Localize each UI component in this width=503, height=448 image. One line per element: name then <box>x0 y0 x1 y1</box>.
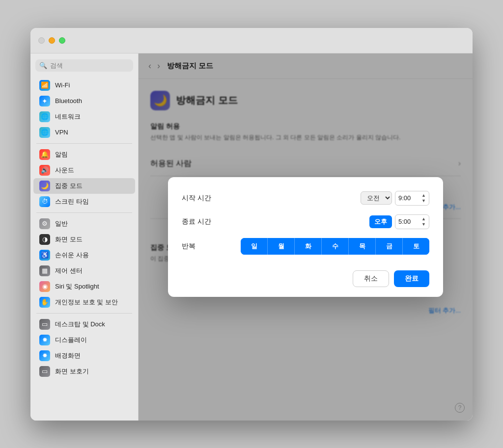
siri-icon: ◉ <box>39 281 50 292</box>
network-icon: 🌐 <box>39 111 50 122</box>
sidebar-item-easy-access[interactable]: ♿ 손쉬운 사용 <box>33 247 135 263</box>
sidebar-label-screensaver: 화면 보호기 <box>55 367 89 376</box>
sidebar-group-network: 📶 Wi-Fi ✦ Bluetooth 🌐 네트워크 🌐 VPN <box>30 78 138 140</box>
end-time-label: 종료 시간 <box>182 217 211 226</box>
day-button-wed[interactable]: 수 <box>322 238 349 255</box>
start-time-up-button[interactable]: ▲ <box>421 193 426 198</box>
general-icon: ⚙ <box>39 218 50 229</box>
sidebar-item-bluetooth[interactable]: ✦ Bluetooth <box>33 93 135 109</box>
sidebar-item-displays[interactable]: ✸ 디스플레이 <box>33 332 135 348</box>
repeat-row: 반복 일 월 화 수 목 금 토 <box>182 238 429 255</box>
end-time-value: 5:00 <box>398 218 411 225</box>
end-time-picker: 오후 5:00 ▲ ▼ <box>369 214 429 229</box>
minimize-button[interactable] <box>49 37 55 44</box>
privacy-icon: ✋ <box>39 297 50 308</box>
sidebar-item-privacy[interactable]: ✋ 개인정보 보호 및 보안 <box>33 294 135 310</box>
day-button-fri[interactable]: 금 <box>376 238 403 255</box>
search-input[interactable] <box>50 62 129 69</box>
sidebar-label-desktop: 데스크탑 및 Dock <box>55 320 105 329</box>
day-button-tue[interactable]: 화 <box>295 238 322 255</box>
sound-icon: 🔊 <box>39 165 50 176</box>
sidebar-item-display-mode[interactable]: ◑ 화면 모드 <box>33 232 135 247</box>
displays-icon: ✸ <box>39 335 50 345</box>
sidebar-label-display-mode: 화면 모드 <box>55 235 83 244</box>
sidebar-label-easy-access: 손쉬운 사용 <box>55 251 89 260</box>
start-time-picker: 오전 9:00 ▲ ▼ <box>361 191 429 206</box>
sidebar-item-network[interactable]: 🌐 네트워크 <box>33 109 135 125</box>
sidebar-item-general[interactable]: ⚙ 일반 <box>33 216 135 232</box>
end-time-row: 종료 시간 오후 5:00 ▲ ▼ <box>182 214 429 229</box>
day-button-thu[interactable]: 목 <box>349 238 376 255</box>
main-window: 🔍 📶 Wi-Fi ✦ Bluetooth 🌐 네트워크 🌐 <box>30 28 473 421</box>
sidebar-item-desktop[interactable]: ▭ 데스크탑 및 Dock <box>33 316 135 332</box>
end-time-up-button[interactable]: ▲ <box>421 216 426 222</box>
sidebar-divider-1 <box>36 143 132 144</box>
sidebar-label-sound: 사운드 <box>55 166 74 175</box>
start-time-down-button[interactable]: ▼ <box>421 198 426 204</box>
day-buttons: 일 월 화 수 목 금 토 <box>241 238 429 255</box>
sidebar-label-privacy: 개인정보 보호 및 보안 <box>55 298 118 307</box>
traffic-lights <box>38 37 65 44</box>
sidebar-divider-3 <box>36 313 132 314</box>
start-time-stepper: ▲ ▼ <box>421 193 426 204</box>
wallpaper-icon: ✸ <box>39 350 50 361</box>
day-button-mon[interactable]: 월 <box>268 238 295 255</box>
wifi-icon: 📶 <box>39 80 50 91</box>
start-time-label: 시작 시간 <box>182 194 211 203</box>
sidebar-group-display: ▭ 데스크탑 및 Dock ✸ 디스플레이 ✸ 배경화면 ▭ 화면 보호기 <box>30 316 138 379</box>
sidebar-item-alarm[interactable]: 🔔 알림 <box>33 147 135 162</box>
sidebar-item-siri[interactable]: ◉ Siri 및 Spotlight <box>33 279 135 294</box>
end-ampm-display[interactable]: 오후 <box>369 215 392 228</box>
sidebar-item-control[interactable]: ▦ 제어 센터 <box>33 263 135 279</box>
bluetooth-icon: ✦ <box>39 96 50 106</box>
main-content: 🔍 📶 Wi-Fi ✦ Bluetooth 🌐 네트워크 🌐 <box>30 53 473 421</box>
maximize-button[interactable] <box>59 37 65 44</box>
alarm-icon: 🔔 <box>39 149 50 160</box>
sidebar-item-screen-time[interactable]: ⏱ 스크린 타임 <box>33 194 135 210</box>
end-time-stepper: ▲ ▼ <box>421 216 426 227</box>
close-button[interactable] <box>38 37 45 44</box>
sidebar-item-wallpaper[interactable]: ✸ 배경화면 <box>33 348 135 364</box>
screensaver-icon: ▭ <box>39 366 50 377</box>
search-bar[interactable]: 🔍 <box>35 59 133 72</box>
display-mode-icon: ◑ <box>39 234 50 245</box>
sidebar-label-screen-time: 스크린 타임 <box>55 197 89 206</box>
cancel-button[interactable]: 취소 <box>353 270 389 287</box>
sidebar-divider-2 <box>36 212 132 213</box>
sidebar-item-wifi[interactable]: 📶 Wi-Fi <box>33 78 135 93</box>
modal-overlay: 시작 시간 오전 9:00 ▲ ▼ <box>139 53 473 421</box>
start-time-input-box[interactable]: 9:00 ▲ ▼ <box>395 191 429 206</box>
sidebar-label-wifi: Wi-Fi <box>55 81 70 89</box>
sidebar-item-screensaver[interactable]: ▭ 화면 보호기 <box>33 364 135 379</box>
done-button[interactable]: 완료 <box>394 270 429 287</box>
sidebar-label-wallpaper: 배경화면 <box>55 351 81 360</box>
easy-access-icon: ♿ <box>39 250 50 261</box>
end-time-input-box[interactable]: 5:00 ▲ ▼ <box>395 214 429 229</box>
control-icon: ▦ <box>39 265 50 276</box>
sidebar-label-general: 일반 <box>55 219 68 228</box>
search-icon: 🔍 <box>39 62 47 69</box>
sidebar-group-notifications: 🔔 알림 🔊 사운드 🌙 집중 모드 ⏱ 스크린 타임 <box>30 147 138 210</box>
schedule-modal: 시작 시간 오전 9:00 ▲ ▼ <box>168 177 443 297</box>
sidebar-label-network: 네트워크 <box>55 112 81 121</box>
desktop-icon: ▭ <box>39 319 50 330</box>
sidebar-label-control: 제어 센터 <box>55 266 83 275</box>
start-ampm-select[interactable]: 오전 <box>361 191 392 205</box>
sidebar-item-sound[interactable]: 🔊 사운드 <box>33 162 135 178</box>
modal-actions: 취소 완료 <box>182 266 429 287</box>
end-time-down-button[interactable]: ▼ <box>421 222 426 227</box>
sidebar-label-siri: Siri 및 Spotlight <box>55 282 99 291</box>
sidebar-item-focus[interactable]: 🌙 집중 모드 <box>33 178 135 194</box>
start-time-value: 9:00 <box>398 194 411 202</box>
titlebar <box>30 28 473 53</box>
sidebar-label-alarm: 알림 <box>55 150 68 159</box>
day-button-sun[interactable]: 일 <box>241 238 268 255</box>
sidebar-label-vpn: VPN <box>55 129 68 136</box>
sidebar-label-displays: 디스플레이 <box>55 336 87 344</box>
day-button-sat[interactable]: 토 <box>403 238 429 255</box>
screen-time-icon: ⏱ <box>39 196 50 207</box>
right-panel: ‹ › 방해금지 모드 🌙 방해금지 모드 알림 허용 선택한 앱 및 사람이 … <box>139 53 473 421</box>
vpn-icon: 🌐 <box>39 127 50 138</box>
sidebar: 🔍 📶 Wi-Fi ✦ Bluetooth 🌐 네트워크 🌐 <box>30 53 139 421</box>
sidebar-item-vpn[interactable]: 🌐 VPN <box>33 125 135 140</box>
